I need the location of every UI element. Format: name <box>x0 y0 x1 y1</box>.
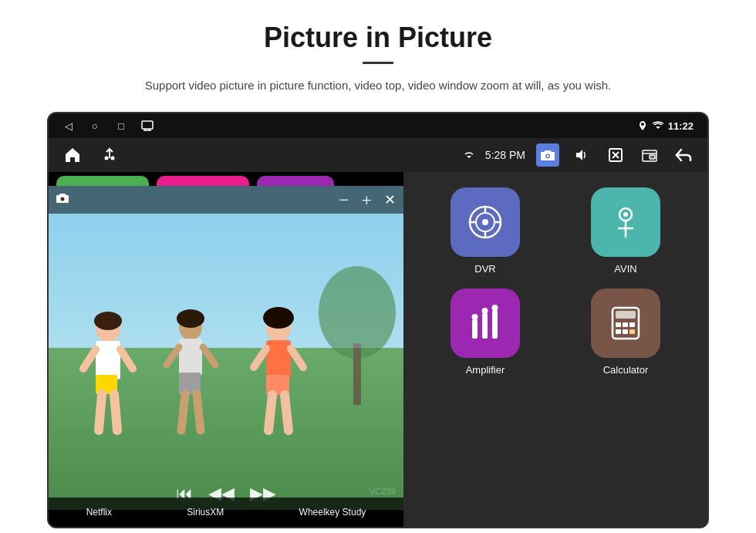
svg-rect-18 <box>650 155 655 159</box>
app-labels-row: Netflix SiriusXM Wheelkey Study <box>49 498 403 527</box>
app-grid: DVR AVIN <box>403 172 707 527</box>
svg-rect-38 <box>266 340 291 379</box>
status-bar-nav: ◁ ○ □ <box>62 120 154 132</box>
back-button[interactable] <box>672 143 695 167</box>
svg-line-32 <box>203 347 215 365</box>
svg-line-23 <box>83 349 96 369</box>
nav-recent-icon[interactable]: □ <box>115 120 127 132</box>
toolbar: 5:28 PM <box>49 138 707 172</box>
status-bar: ◁ ○ □ <box>49 113 707 138</box>
svg-rect-69 <box>623 329 628 334</box>
svg-rect-57 <box>472 319 478 339</box>
dvr-icon <box>451 187 520 257</box>
dvr-app-cell[interactable]: DVR <box>422 187 548 275</box>
svg-line-26 <box>99 394 102 430</box>
svg-rect-67 <box>629 322 635 327</box>
avin-icon <box>591 187 660 257</box>
svg-point-21 <box>94 312 122 330</box>
toolbar-time: 5:28 PM <box>485 149 525 161</box>
svg-point-54 <box>623 212 628 217</box>
background-foliage <box>311 251 403 405</box>
video-section: − + ✕ <box>49 172 403 527</box>
volume-button[interactable] <box>570 143 593 167</box>
amplifier-app-cell[interactable]: Amplifier <box>422 288 548 376</box>
siriusxm-label: SiriusXM <box>187 507 224 518</box>
svg-line-35 <box>197 394 201 430</box>
avin-label: AVIN <box>614 263 636 275</box>
person3 <box>248 307 309 461</box>
svg-rect-58 <box>482 313 488 339</box>
svg-rect-59 <box>492 310 498 339</box>
svg-marker-10 <box>467 156 471 158</box>
wheelkey-label: Wheelkey Study <box>299 507 366 518</box>
title-divider <box>363 62 393 64</box>
amplifier-label: Amplifier <box>466 364 505 376</box>
svg-line-31 <box>167 347 179 365</box>
dvr-label: DVR <box>474 263 495 275</box>
location-icon <box>637 121 648 130</box>
calculator-label: Calculator <box>603 364 649 376</box>
svg-rect-68 <box>616 329 621 334</box>
netflix-label: Netflix <box>86 507 112 518</box>
camera-button[interactable] <box>536 143 559 167</box>
pip-minus[interactable]: − <box>339 190 349 211</box>
toolbar-wifi-icon <box>464 150 474 160</box>
nav-back-icon[interactable]: ◁ <box>62 120 75 132</box>
pip-plus[interactable]: + <box>361 190 372 211</box>
svg-rect-65 <box>616 322 621 327</box>
svg-rect-30 <box>179 339 202 376</box>
svg-line-34 <box>181 394 185 430</box>
svg-rect-45 <box>353 343 361 405</box>
status-bar-right: 11:22 <box>637 120 694 132</box>
svg-point-29 <box>177 309 204 328</box>
nav-home-icon[interactable]: ○ <box>89 120 101 132</box>
svg-point-19 <box>61 197 65 201</box>
page-title: Picture in Picture <box>46 22 710 54</box>
svg-point-62 <box>492 305 498 311</box>
svg-line-27 <box>114 394 117 430</box>
toolbar-left <box>61 143 121 167</box>
usb-icon <box>98 143 121 167</box>
device-frame: ◁ ○ □ <box>47 112 709 528</box>
page-wrapper: Picture in Picture Support video picture… <box>0 0 756 528</box>
page-subtitle: Support video picture in picture functio… <box>46 76 710 95</box>
pip-window[interactable]: − + ✕ <box>49 186 403 510</box>
svg-rect-66 <box>623 322 628 327</box>
person2 <box>162 307 220 461</box>
svg-point-60 <box>472 314 478 320</box>
pip-controls: − + ✕ <box>339 190 396 211</box>
svg-point-48 <box>482 219 488 225</box>
svg-marker-4 <box>656 127 660 129</box>
video-scene <box>49 186 403 510</box>
svg-point-61 <box>482 308 488 314</box>
watermark: VCZ99 <box>370 487 396 496</box>
svg-line-39 <box>254 349 266 367</box>
svg-point-12 <box>547 155 549 157</box>
svg-rect-70 <box>629 329 635 334</box>
svg-line-42 <box>268 395 272 430</box>
svg-line-43 <box>285 395 289 430</box>
close-button[interactable] <box>604 143 627 167</box>
toolbar-right: 5:28 PM <box>464 143 695 167</box>
avin-app-cell[interactable]: AVIN <box>562 187 689 275</box>
pip-close[interactable]: ✕ <box>384 191 396 208</box>
home-button[interactable] <box>61 143 84 167</box>
nav-media-icon[interactable] <box>141 120 154 132</box>
svg-rect-0 <box>142 121 153 129</box>
pip-camera-icon <box>56 193 69 207</box>
svg-rect-22 <box>96 341 120 380</box>
wifi-icon <box>653 121 663 130</box>
svg-rect-64 <box>616 311 636 319</box>
main-content: − + ✕ <box>49 172 707 527</box>
calculator-app-cell[interactable]: Calculator <box>562 288 689 376</box>
amplifier-icon <box>451 288 520 358</box>
pip-top-bar: − + ✕ <box>49 186 403 214</box>
svg-line-24 <box>120 349 133 369</box>
window-button[interactable] <box>638 143 661 167</box>
person1 <box>77 307 139 461</box>
svg-line-40 <box>291 349 303 367</box>
calculator-icon <box>591 288 660 358</box>
svg-point-37 <box>263 307 294 329</box>
status-time: 11:22 <box>668 120 694 132</box>
